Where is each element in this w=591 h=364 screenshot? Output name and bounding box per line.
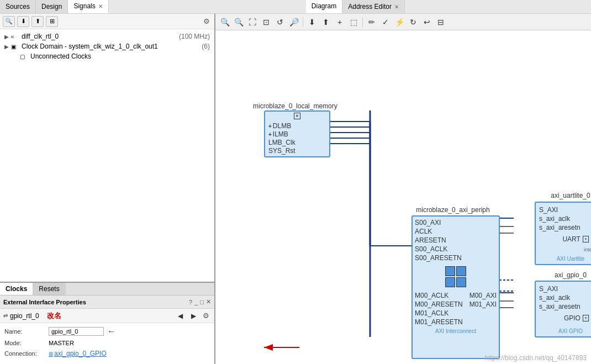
toolbar-separator <box>303 17 303 27</box>
collapse-all-button[interactable]: ⬆ <box>31 16 44 27</box>
bottom-left-panel: Clocks Resets <box>0 282 214 295</box>
search-button[interactable]: 🔍 <box>3 16 15 27</box>
tree-item-diff-clk[interactable]: ▶ ≈ diff_clk_rtl_0 (100 MHz) <box>0 31 214 41</box>
chip-icon: ▢ <box>20 54 29 60</box>
expand-all-button[interactable]: ⬇ <box>17 16 29 27</box>
tab-address-editor[interactable]: Address Editor ✕ <box>342 0 405 13</box>
eip-next-button[interactable]: ▶ <box>188 311 199 321</box>
axi-gpio-sublabel: AXI GPIO <box>536 328 591 336</box>
tree-item-label: Unconnected Clocks <box>30 52 210 60</box>
eip-mode-label: Mode: <box>4 340 49 346</box>
tab-diagram-label: Diagram <box>312 2 336 10</box>
tab-resets-label: Resets <box>39 285 59 293</box>
eip-mode-row: Mode: MASTER <box>4 340 210 346</box>
axi-interconnect-label: AXI Interconnect <box>413 328 499 336</box>
eip-mode-value: MASTER <box>49 340 210 346</box>
eip-restore-icon[interactable]: □ <box>200 299 204 305</box>
eip-minimize-icon[interactable]: _ <box>194 299 198 305</box>
block-expand-button[interactable]: + <box>265 112 329 120</box>
tab-design[interactable]: Design <box>36 0 68 13</box>
tree-item-clock-domain[interactable]: ▶ ▣ Clock Domain - system_clk_wiz_1_0_cl… <box>0 41 214 51</box>
expand-button[interactable]: ⊡ <box>260 16 272 28</box>
toolbar-separator-2 <box>362 17 363 27</box>
axi-periph-block[interactable]: S00_AXI ACLK ARESETN S00_ACLK S00_ARESET… <box>411 215 500 359</box>
top-tab-bar: Sources Design Signals ✕ Diagram Address… <box>0 0 591 14</box>
eip-title: External Interface Properties <box>3 299 187 305</box>
eip-close-icon[interactable]: ✕ <box>206 298 211 305</box>
close-signals-tab-icon[interactable]: ✕ <box>98 3 103 9</box>
tree-item-sub: (6) <box>202 43 210 50</box>
eip-settings-icon[interactable]: ⚙ <box>201 311 211 321</box>
fit-button[interactable]: ⛶ <box>246 16 258 28</box>
eip-name-label: Name: <box>4 328 49 335</box>
tab-signals[interactable]: Signals ✕ <box>68 0 108 13</box>
eip-item-name: gpio_rtl_0 改名 <box>10 311 172 321</box>
refresh-button[interactable]: ↺ <box>274 16 286 28</box>
eip-item-label-text: gpio_rtl_0 <box>10 312 39 320</box>
eip-connection-label: Connection: <box>4 350 49 357</box>
eip-name-row: Name: ← <box>4 326 210 336</box>
block-ports: +DLMB +ILMB LMB_Clk SYS_Rst <box>265 120 329 156</box>
pencil-button[interactable]: ✏ <box>366 16 378 28</box>
tab-resets[interactable]: Resets <box>33 283 65 295</box>
tree-item-sub: (100 MHz) <box>179 33 210 40</box>
redo-button[interactable]: ↻ <box>407 16 419 28</box>
close-address-editor-icon[interactable]: ✕ <box>394 4 399 10</box>
expand-arrow-icon: ▶ <box>4 44 11 50</box>
tab-design-label: Design <box>41 3 62 10</box>
align-up-button[interactable]: ⬆ <box>320 16 332 28</box>
export-button[interactable]: ⊟ <box>435 16 447 28</box>
tab-sources[interactable]: Sources <box>0 0 36 13</box>
step-back-button[interactable]: ↩ <box>421 16 433 28</box>
left-panel: 🔍 ⬇ ⬆ ⊞ ⚙ ▶ ≈ diff_clk_rtl_0 (100 MHz) ▶… <box>0 14 215 364</box>
eip-name-input[interactable] <box>49 327 104 336</box>
filter-button[interactable]: ⊞ <box>46 16 58 27</box>
eip-content: Name: ← Mode: MASTER Connection: ⊞ axi_g… <box>0 323 214 364</box>
eip-connection-value: axi_gpio_0_GPIO <box>54 350 107 357</box>
port-icon: ⇄ <box>3 313 8 319</box>
axi-uartlite-sublabel: AXI Uartlite <box>536 256 591 264</box>
signals-tree: ▶ ≈ diff_clk_rtl_0 (100 MHz) ▶ ▣ Clock D… <box>0 29 214 282</box>
find-button[interactable]: 🔎 <box>288 16 300 28</box>
main-layout: 🔍 ⬇ ⬆ ⊞ ⚙ ▶ ≈ diff_clk_rtl_0 (100 MHz) ▶… <box>0 14 591 364</box>
tab-clocks[interactable]: Clocks <box>0 283 33 295</box>
settings-icon[interactable]: ⚙ <box>202 17 212 27</box>
expand-arrow-icon: ▶ <box>4 34 11 40</box>
eip-toolbar: ⇄ gpio_rtl_0 改名 ◀ ▶ ⚙ <box>0 309 214 323</box>
eip-header: External Interface Properties ? _ □ ✕ <box>0 296 214 309</box>
tab-address-editor-label: Address Editor <box>348 3 392 10</box>
add-button[interactable]: + <box>334 16 346 28</box>
axi-gpio-label: axi_gpio_0 <box>535 271 591 279</box>
diagram-toolbar: 🔍 🔍 ⛶ ⊡ ↺ 🔎 ⬇ ⬆ + ⬚ ✏ ✓ ⚡ ↻ ↩ ⊟ <box>215 14 591 30</box>
tree-item-unconnected-clocks[interactable]: ▢ Unconnected Clocks <box>0 51 214 61</box>
axi-gpio-block[interactable]: S_AXI s_axi_aclk s_axi_aresetn GPIO + ▌▌… <box>535 281 591 337</box>
right-panel: 🔍 🔍 ⛶ ⊡ ↺ 🔎 ⬇ ⬆ + ⬚ ✏ ✓ ⚡ ↻ ↩ ⊟ <box>215 14 591 364</box>
tree-item-label: Clock Domain - system_clk_wiz_1_0_clk_ou… <box>22 43 199 50</box>
eip-connection-link[interactable]: ⊞ axi_gpio_0_GPIO <box>49 350 107 357</box>
axi-uartlite-block[interactable]: S_AXI s_axi_aclk s_axi_aresetn UART + ▌▌… <box>535 202 591 265</box>
watermark: https://blog.csdn.net/qq_40147893 <box>485 354 587 362</box>
microblaze-local-memory-block[interactable]: + +DLMB +ILMB LMB_Clk SYS_Rst <box>264 110 330 157</box>
align-down-button[interactable]: ⬇ <box>306 16 318 28</box>
tab-sources-label: Sources <box>6 3 30 10</box>
validate-button[interactable]: ⚡ <box>393 16 405 28</box>
clock-icon: ≈ <box>11 34 20 40</box>
diagram-canvas[interactable]: microblaze_0_local_memory + +DLMB +ILMB … <box>215 30 591 364</box>
eip-connection-row: Connection: ⊞ axi_gpio_0_GPIO <box>4 350 210 357</box>
red-arrow-icon: ← <box>107 326 116 336</box>
eip-panel: External Interface Properties ? _ □ ✕ ⇄ … <box>0 295 214 364</box>
tab-diagram[interactable]: Diagram <box>306 0 342 13</box>
check-button[interactable]: ✓ <box>379 16 392 28</box>
domain-icon: ▣ <box>11 44 20 50</box>
tab-clocks-label: Clocks <box>6 285 27 293</box>
bottom-tab-bar: Clocks Resets <box>0 283 214 295</box>
tab-signals-label: Signals <box>73 2 95 10</box>
zoom-out-button[interactable]: 🔍 <box>233 16 245 28</box>
tree-item-label: diff_clk_rtl_0 <box>22 33 177 40</box>
select-button[interactable]: ⬚ <box>347 16 360 28</box>
eip-prev-button[interactable]: ◀ <box>175 311 186 321</box>
microblaze-local-memory-label: microblaze_0_local_memory <box>253 102 330 110</box>
zoom-in-button[interactable]: 🔍 <box>219 16 231 28</box>
eip-help-icon[interactable]: ? <box>189 299 192 305</box>
left-toolbar: 🔍 ⬇ ⬆ ⊞ ⚙ <box>0 14 214 29</box>
